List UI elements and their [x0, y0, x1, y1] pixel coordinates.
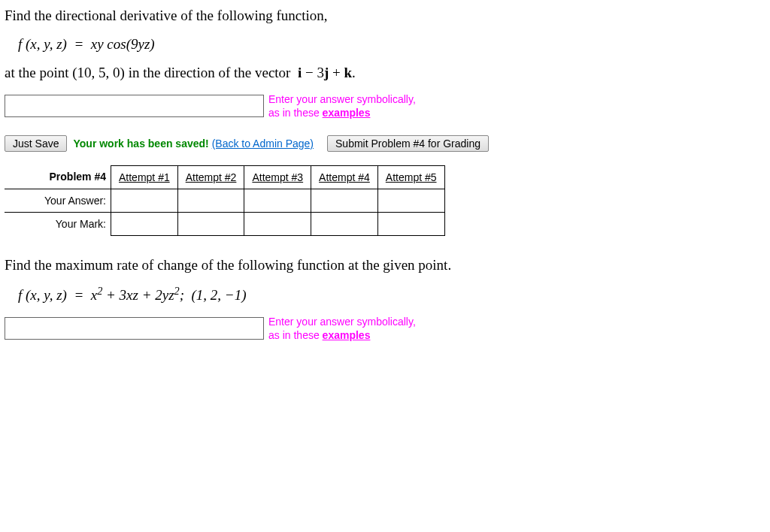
problem4-tail: at the point (10, 5, 0) in the direction…: [5, 63, 765, 83]
saved-message: Your work has been saved! (Back to Admin…: [73, 138, 314, 150]
attempt-header-2[interactable]: Attempt #2: [177, 165, 244, 189]
row-label-mark: Your Mark:: [5, 212, 111, 235]
attempt-header-1[interactable]: Attempt #1: [111, 165, 178, 189]
back-to-admin-link[interactable]: (Back to Admin Page): [212, 138, 314, 150]
problem4-hint: Enter your answer symbolically, as in th…: [268, 92, 416, 119]
cell-mark-1: [111, 212, 178, 235]
problem5-hint: Enter your answer symbolically, as in th…: [268, 315, 416, 342]
examples-link-1[interactable]: examples: [323, 107, 371, 119]
cell-mark-4: [311, 212, 378, 235]
cell-mark-5: [377, 212, 444, 235]
cell-answer-2: [177, 189, 244, 212]
row-label-answer: Your Answer:: [5, 189, 111, 212]
action-row: Just Save Your work has been saved! (Bac…: [5, 135, 765, 152]
cell-mark-3: [244, 212, 311, 235]
cell-answer-3: [244, 189, 311, 212]
cell-answer-1: [111, 189, 178, 212]
cell-answer-5: [377, 189, 444, 212]
submit-problem4-button[interactable]: Submit Problem #4 for Grading: [327, 135, 489, 152]
problem5-equation: f (x, y, z) = x2 + 3xz + 2yz2; (1, 2, −1…: [18, 285, 765, 304]
examples-link-2[interactable]: examples: [323, 329, 371, 341]
just-save-button[interactable]: Just Save: [5, 135, 67, 152]
problem4-answer-row: Enter your answer symbolically, as in th…: [5, 92, 765, 119]
attempt-header-5[interactable]: Attempt #5: [377, 165, 444, 189]
problem5-answer-row: Enter your answer symbolically, as in th…: [5, 315, 765, 342]
problem5-answer-input[interactable]: [5, 317, 264, 340]
cell-answer-4: [311, 189, 378, 212]
attempts-problem-label: Problem #4: [5, 165, 111, 189]
problem5-intro: Find the maximum rate of change of the f…: [5, 255, 765, 275]
attempt-header-3[interactable]: Attempt #3: [244, 165, 311, 189]
problem4-equation: f (x, y, z) = xy cos(9yz): [18, 36, 765, 53]
attempt-header-4[interactable]: Attempt #4: [311, 165, 378, 189]
problem4-answer-input[interactable]: [5, 95, 264, 117]
problem4-intro: Find the directional derivative of the f…: [5, 6, 765, 26]
cell-mark-2: [177, 212, 244, 235]
attempts-table: Problem #4 Attempt #1 Attempt #2 Attempt…: [5, 165, 445, 236]
